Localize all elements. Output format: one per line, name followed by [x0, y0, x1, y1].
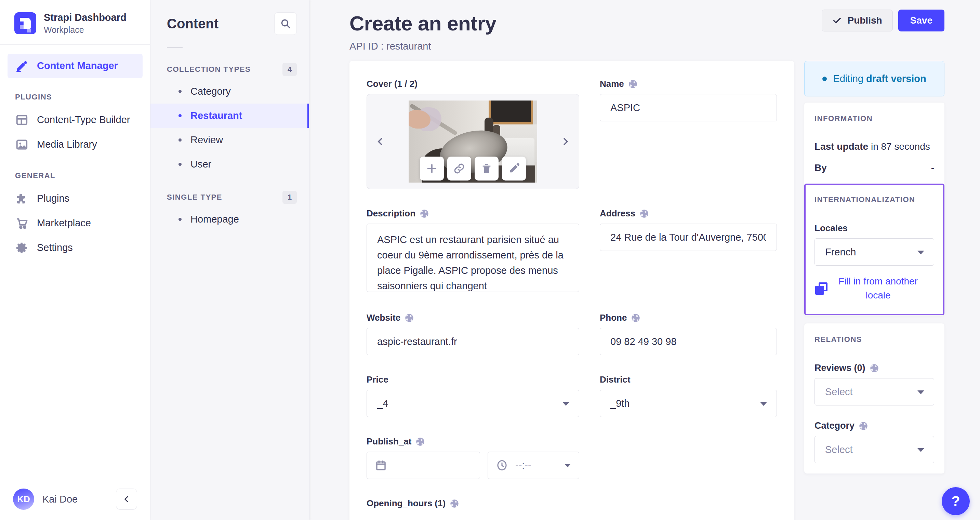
subnav-item-review[interactable]: Review [150, 128, 309, 152]
draft-banner-prefix: Editing [833, 73, 864, 84]
bullet-icon [178, 218, 181, 221]
publish-at-date-input[interactable] [367, 452, 480, 479]
copy-link-button[interactable] [447, 157, 471, 181]
divider [815, 351, 934, 351]
caret-down-icon [918, 390, 924, 394]
last-update-label: Last update [815, 141, 868, 152]
sidebar-item-label: Media Library [37, 139, 97, 150]
address-label: Address [600, 208, 777, 219]
field-address: Address [600, 208, 777, 251]
edit-media-button[interactable] [502, 157, 526, 181]
fill-from-locale-row: Fill in from another locale [815, 275, 934, 302]
puzzle-icon [15, 192, 29, 205]
cover-carousel [367, 94, 579, 189]
subnav-item-label: Restaurant [191, 110, 242, 121]
subnav-item-restaurant[interactable]: Restaurant [150, 103, 309, 128]
add-media-button[interactable] [420, 157, 444, 181]
by-value: - [931, 162, 934, 173]
globe-icon [420, 209, 429, 218]
sidebar-item-settings[interactable]: Settings [8, 235, 143, 260]
internationalization-section: INTERNATIONALIZATION Locales French Fill… [804, 184, 945, 315]
feather-edit-icon [15, 59, 29, 73]
search-icon [280, 18, 291, 29]
delete-media-button[interactable] [475, 157, 498, 181]
website-input[interactable] [367, 328, 579, 355]
draft-banner-bold: draft version [866, 73, 926, 84]
reviews-select[interactable]: Select [815, 378, 934, 406]
district-label: District [600, 374, 777, 385]
brand-title: Strapi Dashboard [44, 12, 127, 24]
sidebar-item-content-type-builder[interactable]: Content-Type Builder [8, 108, 143, 132]
collapse-sidebar-button[interactable] [116, 488, 137, 510]
brand: Strapi Dashboard Workplace [0, 0, 150, 45]
main-area: Create an entry API ID : restaurant Publ… [309, 0, 980, 520]
field-price: Price _4 [367, 374, 579, 417]
bullet-icon [178, 114, 181, 117]
sidebar-item-plugins[interactable]: Plugins [8, 186, 143, 211]
brand-subtitle: Workplace [44, 25, 127, 35]
field-name: Name [600, 79, 777, 121]
description-textarea[interactable]: ASPIC est un restaurant parisien situé a… [367, 224, 579, 292]
content-subnav: Content COLLECTION TYPES 4 Category Rest… [150, 0, 309, 520]
globe-icon [631, 313, 640, 323]
field-description: Description ASPIC est un restaurant pari… [367, 208, 579, 293]
carousel-prev-button[interactable] [368, 94, 392, 189]
globe-icon [415, 437, 425, 447]
time-placeholder: --:-- [515, 460, 531, 471]
gear-icon [15, 241, 29, 255]
carousel-next-button[interactable] [554, 94, 578, 189]
by-label: By [815, 162, 827, 173]
globe-icon [404, 313, 414, 323]
avatar: KD [13, 488, 34, 510]
category-select-placeholder: Select [825, 444, 853, 455]
bullet-icon [178, 138, 181, 142]
search-button[interactable] [274, 12, 297, 35]
relations-card: RELATIONS Reviews (0) Select Category [804, 323, 945, 474]
address-input[interactable] [600, 224, 777, 251]
subnav-item-label: User [191, 159, 211, 170]
publish-button[interactable]: Publish [822, 10, 892, 32]
sidebar-item-content-manager[interactable]: Content Manager [8, 54, 143, 78]
subnav-item-user[interactable]: User [150, 152, 309, 177]
save-button[interactable]: Save [898, 10, 945, 32]
district-select[interactable]: _9th [600, 390, 777, 417]
fill-from-locale-link[interactable]: Fill in from another locale [827, 275, 934, 302]
name-input[interactable] [600, 94, 777, 121]
cover-label: Cover (1 / 2) [367, 79, 579, 89]
sidebar-section-plugins: PLUGINS [15, 93, 135, 102]
sidebar-section-general: GENERAL [15, 171, 135, 180]
publish-button-label: Publish [847, 15, 882, 26]
subnav-item-category[interactable]: Category [150, 80, 309, 103]
price-select[interactable]: _4 [367, 390, 579, 417]
caret-down-icon [918, 448, 924, 452]
category-select[interactable]: Select [815, 436, 934, 463]
sidebar-item-label: Content-Type Builder [37, 114, 130, 126]
publish-at-label: Publish_at [367, 436, 579, 447]
globe-icon [450, 499, 459, 508]
globe-icon [859, 421, 868, 431]
last-update-value: in 87 seconds [871, 141, 930, 152]
phone-input[interactable] [600, 328, 777, 355]
field-cover: Cover (1 / 2) [367, 79, 579, 189]
calendar-icon [375, 460, 387, 471]
single-type-label: SINGLE TYPE [167, 193, 222, 202]
subnav-item-label: Homepage [191, 214, 239, 225]
field-publish-at: Publish_at --:-- [367, 436, 579, 479]
help-button[interactable]: ? [942, 487, 970, 515]
sidebar-user: KD Kai Doe [0, 478, 150, 520]
draft-dot-icon [822, 76, 827, 81]
price-select-value: _4 [377, 398, 388, 409]
bullet-icon [178, 163, 181, 166]
subnav-item-homepage[interactable]: Homepage [150, 207, 309, 231]
publish-at-time-input[interactable]: --:-- [488, 452, 579, 479]
clock-icon [496, 460, 508, 471]
sidebar-item-media-library[interactable]: Media Library [8, 132, 143, 157]
sidebar-item-marketplace[interactable]: Marketplace [8, 211, 143, 235]
sidebar-item-label: Settings [37, 242, 73, 253]
entry-side-panel: Editing draft version INFORMATION Last u… [804, 61, 945, 474]
link-icon [453, 163, 465, 174]
sidebar-item-label: Plugins [37, 193, 69, 204]
reviews-label: Reviews (0) [815, 363, 934, 373]
locales-select[interactable]: French [815, 238, 934, 266]
field-district: District _9th [600, 374, 777, 417]
